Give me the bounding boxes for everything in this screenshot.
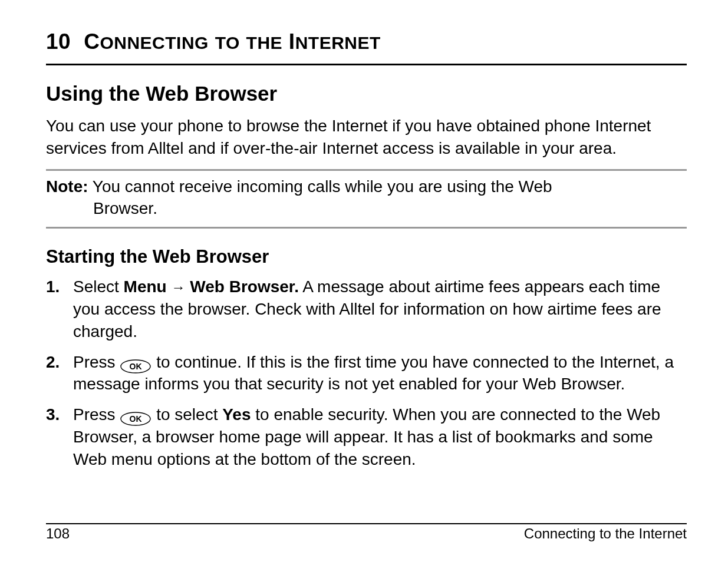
step-text-part: to continue. If this is the first time y…	[73, 353, 674, 394]
title-part: TO	[215, 33, 240, 52]
note-text-line2: Browser.	[46, 197, 687, 220]
title-part: C	[84, 29, 100, 54]
menu-path-item: Menu	[124, 277, 167, 296]
note-block: Note: You cannot receive incoming calls …	[46, 169, 687, 229]
step-text-part: Press	[73, 353, 120, 371]
divider-under-chapter	[46, 64, 687, 65]
step-text-part: Press	[73, 405, 120, 424]
menu-path-item: Web Browser.	[190, 277, 299, 296]
step-text-part: Select	[73, 277, 124, 296]
ok-button-icon: OK	[120, 355, 151, 371]
using-body-text: You can use your phone to browse the Int…	[46, 115, 687, 160]
note-label: Note:	[46, 177, 88, 196]
yes-label: Yes	[222, 405, 251, 424]
page-number: 108	[46, 525, 70, 542]
svg-text:OK: OK	[130, 362, 142, 371]
title-part: THE	[246, 33, 283, 52]
chapter-title: 10CONNECTING TO THE INTERNET	[46, 29, 687, 54]
page-footer: 108 Connecting to the Internet	[46, 523, 687, 542]
step-1: 1. Select Menu → Web Browser. A message …	[46, 276, 687, 342]
footer-section-label: Connecting to the Internet	[524, 525, 687, 542]
chapter-number: 10	[46, 29, 71, 54]
step-number: 1.	[46, 276, 60, 298]
steps-list: 1. Select Menu → Web Browser. A message …	[46, 276, 687, 470]
title-part: ONNECTING	[100, 33, 209, 52]
svg-text:OK: OK	[130, 414, 142, 424]
title-part: I	[289, 29, 295, 54]
step-2: 2. Press OK to continue. If this is the …	[46, 351, 687, 396]
section-heading-using: Using the Web Browser	[46, 82, 687, 105]
step-text-part: to select	[151, 405, 222, 424]
ok-button-icon: OK	[120, 408, 151, 424]
step-number: 3.	[46, 404, 60, 426]
section-heading-starting: Starting the Web Browser	[46, 246, 687, 267]
step-text: Press OK to continue. If this is the fir…	[73, 353, 674, 394]
title-part: NTERNET	[295, 33, 381, 52]
arrow-icon: →	[172, 280, 186, 296]
step-number: 2.	[46, 351, 60, 373]
note-text-line1: You cannot receive incoming calls while …	[93, 177, 552, 196]
step-text: Press OK to select Yes to enable securit…	[73, 405, 660, 468]
step-3: 3. Press OK to select Yes to enable secu…	[46, 404, 687, 470]
step-text: Select Menu → Web Browser. A message abo…	[73, 277, 661, 340]
